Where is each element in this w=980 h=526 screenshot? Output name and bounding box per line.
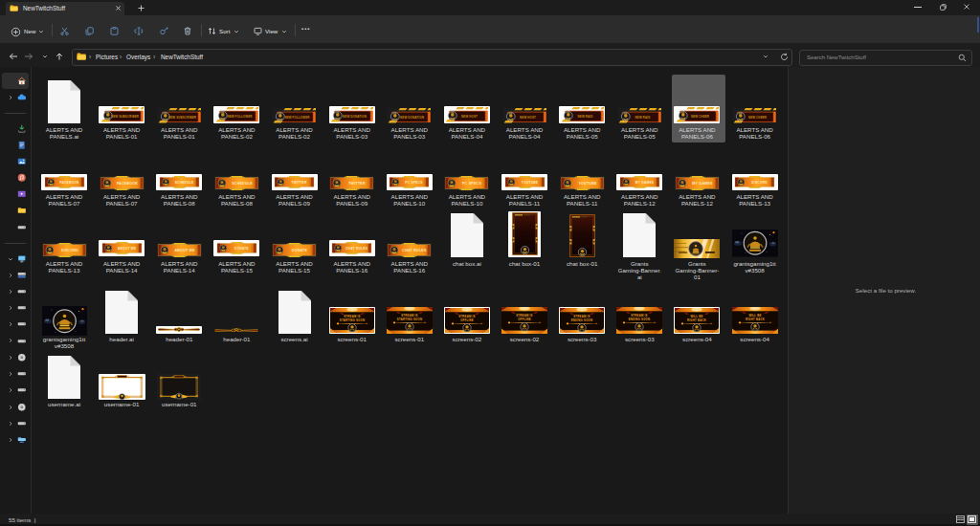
svg-text:NEW SUBSCRIBER: NEW SUBSCRIBER	[168, 115, 197, 119]
svg-text:NEW FOLLOWER: NEW FOLLOWER	[284, 115, 310, 119]
svg-text:NEW CHEER: NEW CHEER	[748, 115, 768, 119]
svg-text:NEW CHEER: NEW CHEER	[691, 114, 710, 118]
svg-text:CHAT RULES: CHAT RULES	[345, 247, 368, 251]
svg-text:ABOUT ME: ABOUT ME	[174, 248, 194, 252]
svg-text:SCHEDULE: SCHEDULE	[174, 181, 193, 185]
svg-text:NEW RAID: NEW RAID	[577, 114, 593, 118]
svg-text:MY GAMES: MY GAMES	[692, 182, 713, 186]
svg-text:FACEBOOK: FACEBOOK	[59, 181, 79, 185]
svg-text:RIGHT BACK: RIGHT BACK	[746, 317, 765, 320]
svg-text:DISCORD: DISCORD	[751, 181, 768, 185]
svg-text:STARTING SOON: STARTING SOON	[397, 317, 422, 320]
svg-text:TWITTER: TWITTER	[348, 182, 366, 186]
svg-text:SCHEDULE: SCHEDULE	[232, 182, 253, 186]
svg-text:NEW RAID: NEW RAID	[635, 115, 651, 119]
svg-text:YOUTUBE: YOUTUBE	[521, 181, 538, 185]
svg-text:DONATE: DONATE	[234, 247, 249, 251]
svg-text:NEW DONATION: NEW DONATION	[400, 115, 424, 119]
svg-text:DONATE: DONATE	[292, 248, 308, 252]
svg-text:FACEBOOK: FACEBOOK	[116, 182, 137, 186]
svg-text:NEW HOST: NEW HOST	[520, 115, 536, 119]
svg-text:ENDING SOON: ENDING SOON	[629, 317, 651, 320]
svg-text:MY GAMES: MY GAMES	[635, 181, 654, 185]
svg-text:PC SPECS: PC SPECS	[406, 181, 423, 185]
svg-text:TWITTER: TWITTER	[291, 181, 307, 185]
svg-text:YOUTUBE: YOUTUBE	[578, 182, 597, 186]
svg-text:OFFLINE: OFFLINE	[460, 318, 474, 321]
svg-text:NEW FOLLOWER: NEW FOLLOWER	[227, 114, 253, 118]
svg-text:NEW HOST: NEW HOST	[461, 114, 478, 118]
svg-text:STARTING SOON: STARTING SOON	[340, 318, 365, 321]
svg-text:NEW SUBSCRIBER: NEW SUBSCRIBER	[111, 114, 140, 118]
svg-text:DISCORD: DISCORD	[60, 248, 78, 252]
svg-text:OFFLINE: OFFLINE	[518, 317, 531, 320]
svg-text:CHAT RULES: CHAT RULES	[403, 248, 428, 252]
svg-text:ABOUT ME: ABOUT ME	[118, 247, 136, 251]
svg-text:PC SPECS: PC SPECS	[462, 182, 481, 186]
svg-text:RIGHT BACK: RIGHT BACK	[687, 318, 706, 321]
svg-text:ENDING SOON: ENDING SOON	[571, 318, 593, 321]
svg-text:NEW DONATION: NEW DONATION	[343, 114, 367, 118]
